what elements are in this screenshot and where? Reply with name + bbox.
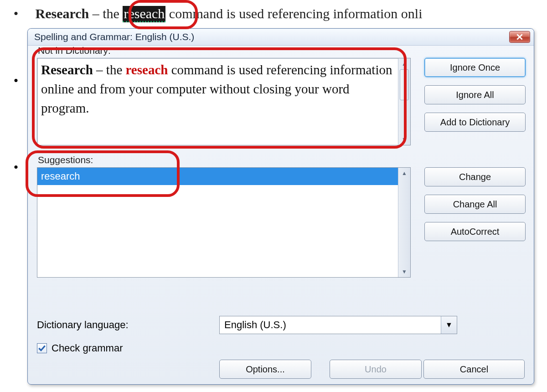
checkmark-icon [38, 345, 46, 352]
dictionary-language-row: Dictionary language: English (U.S.) ▼ [37, 316, 525, 334]
not-in-dictionary-label: Not in Dictionary: [38, 45, 411, 56]
screenshot-root: • Research – the reseach command is used… [0, 0, 547, 392]
document-line: • Research – the reseach command is used… [0, 5, 547, 23]
change-button[interactable]: Change [424, 167, 526, 186]
dictionary-language-value: English (U.S.) [220, 319, 291, 331]
scroll-thumb[interactable] [400, 69, 409, 100]
suggestions-listbox[interactable]: research ▲ ▼ [37, 167, 411, 278]
check-grammar-checkbox[interactable] [37, 343, 47, 353]
check-grammar-label: Check grammar [52, 342, 123, 354]
bullet-icon: • [0, 5, 32, 23]
dialog-title: Spelling and Grammar: English (U.S.) [34, 31, 509, 42]
dictionary-language-label: Dictionary language: [37, 319, 219, 331]
dialog-titlebar[interactable]: Spelling and Grammar: English (U.S.) [28, 29, 534, 46]
scroll-up-icon[interactable]: ▲ [398, 58, 410, 69]
chevron-down-icon[interactable]: ▼ [441, 316, 457, 334]
misspelled-word: reseach [126, 62, 168, 77]
doc-bold: Research [36, 6, 89, 21]
scroll-down-icon[interactable]: ▼ [398, 134, 410, 145]
scroll-up-icon[interactable]: ▲ [398, 168, 410, 179]
suggestions-label: Suggestions: [38, 155, 411, 165]
ignore-once-button[interactable]: Ignore Once [424, 58, 526, 77]
dictionary-language-select[interactable]: English (U.S.) ▼ [219, 316, 457, 334]
cancel-button[interactable]: Cancel [423, 360, 525, 379]
close-button[interactable] [509, 31, 530, 43]
listbox-scrollbar[interactable]: ▲ ▼ [398, 168, 410, 277]
close-icon [516, 34, 523, 40]
selected-misspelling[interactable]: reseach [123, 6, 165, 22]
suggestion-item[interactable]: research [37, 168, 410, 185]
textbox-scrollbar[interactable]: ▲ ▼ [398, 58, 410, 145]
add-to-dictionary-button[interactable]: Add to Dictionary [424, 113, 526, 132]
change-all-button[interactable]: Change All [424, 195, 526, 214]
scroll-down-icon[interactable]: ▼ [398, 266, 410, 277]
check-grammar-row[interactable]: Check grammar [37, 342, 123, 354]
ignore-all-button[interactable]: Ignore All [424, 85, 526, 104]
spelling-grammar-dialog: Spelling and Grammar: English (U.S.) Not… [27, 28, 534, 385]
error-sentence: Research – the reseach command is used r… [41, 60, 397, 118]
not-in-dictionary-textbox[interactable]: Research – the reseach command is used r… [37, 58, 411, 145]
autocorrect-button[interactable]: AutoCorrect [424, 222, 526, 241]
